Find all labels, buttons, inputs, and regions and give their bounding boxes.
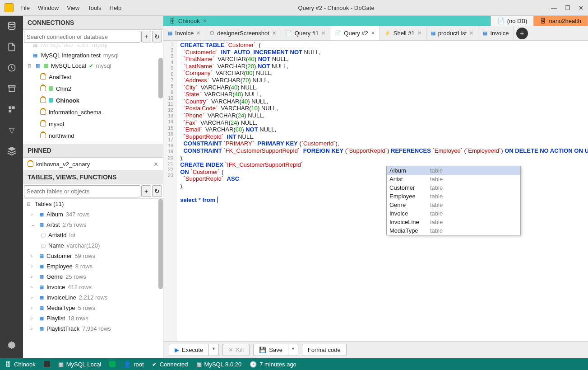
code-content[interactable]: CREATE TABLE `Customer` ( `CustomerId` I… (176, 41, 588, 341)
db-item-analtest[interactable]: AnalTest (23, 71, 163, 83)
menu-window[interactable]: Window (38, 5, 59, 11)
svg-rect-4 (9, 106, 11, 109)
layers-icon[interactable] (6, 145, 18, 157)
file-tab[interactable]: ▦productList✕ (426, 26, 479, 40)
connection-item-mysql-integration[interactable]: ▦ MySQL integration test mysql (23, 50, 163, 61)
pinned-item[interactable]: knihovna_v2_canary ✕ (23, 158, 163, 170)
close-window-icon[interactable]: ✕ (579, 5, 583, 11)
close-icon[interactable]: ✕ (417, 30, 421, 36)
status-user[interactable]: 👤root (124, 361, 144, 368)
close-icon[interactable]: ✕ (203, 18, 207, 24)
close-icon[interactable]: ✕ (196, 30, 200, 36)
autocomplete-item[interactable]: Employeetable (387, 192, 520, 201)
search-connections-input[interactable] (24, 31, 140, 43)
save-button[interactable]: 💾Save (253, 344, 288, 356)
connection-item-mysql-local[interactable]: ⊟ ▦ MySQL Local ✔ mysql (23, 61, 163, 71)
add-connection-button[interactable]: + (141, 31, 151, 42)
status-connected: ✔Connected (152, 361, 188, 368)
file-tab[interactable]: ▦Invoice (478, 26, 514, 40)
status-database[interactable]: 🗄Chinook (5, 361, 36, 368)
table-item-genre[interactable]: ›▦Genre 25 rows (23, 272, 163, 282)
chevron-down-icon[interactable]: ▽ (6, 124, 18, 136)
close-icon[interactable]: ✕ (371, 30, 375, 36)
left-panel: CONNECTIONS + ↻ ▦MYSQL WD TESTmysql ▦ My… (23, 16, 163, 358)
close-icon[interactable]: ✕ (321, 30, 325, 36)
file-tab[interactable]: 📄Query #2✕ (330, 26, 380, 41)
close-icon[interactable]: ✕ (272, 30, 276, 36)
editor-toolbar: ▶Execute ▼ ✕Kill 💾Save ▼ Format code (163, 341, 588, 358)
format-code-button[interactable]: Format code (302, 344, 347, 356)
search-tables-input[interactable] (24, 185, 140, 197)
file-tab[interactable]: ▦Invoice✕ (163, 26, 205, 40)
autocomplete-popup[interactable]: AlbumtableArtisttableCustomertableEmploy… (386, 166, 521, 235)
scrollbar-thumb[interactable] (158, 58, 163, 98)
table-item-invoiceline[interactable]: ›▦InvoiceLine 2,212 rows (23, 292, 163, 303)
status-time: 🕒7 minutes ago (250, 361, 296, 368)
database-icon[interactable] (6, 20, 18, 32)
status-server[interactable]: ▦MySQL Local (58, 361, 102, 368)
menu-file[interactable]: File (20, 5, 30, 11)
save-dropdown[interactable]: ▼ (288, 344, 298, 356)
archive-icon[interactable] (6, 83, 18, 94)
autocomplete-item[interactable]: Artisttable (387, 175, 520, 183)
file-tab[interactable]: ⬡designerScreenshot✕ (205, 26, 281, 40)
tables-group[interactable]: ⊟ Tables (11) (23, 199, 163, 209)
menu-view[interactable]: View (67, 5, 79, 11)
menu-help[interactable]: Help (110, 5, 122, 11)
status-color2[interactable] (109, 361, 116, 367)
table-item-artist[interactable]: ⌄▦Artist 275 rows (23, 220, 163, 230)
connection-item-hidden[interactable]: ▦MYSQL WD TESTmysql (23, 44, 163, 50)
context-tab[interactable]: 🗄Chinook✕ (163, 16, 491, 26)
db-item-northwind[interactable]: northwind (23, 130, 163, 141)
table-item-playlisttrack[interactable]: ›▦PlaylistTrack 7,994 rows (23, 323, 163, 334)
unpin-icon[interactable]: ✕ (153, 161, 158, 168)
refresh-connections-button[interactable]: ↻ (152, 31, 162, 42)
table-item-employee[interactable]: ›▦Employee 8 rows (23, 261, 163, 272)
kill-button[interactable]: ✕Kill (222, 344, 250, 356)
minimize-icon[interactable]: — (551, 5, 557, 11)
main-menu: File Window View Tools Help (20, 5, 121, 11)
history-icon[interactable] (6, 62, 18, 74)
file-tab[interactable]: ⚡Shell #1✕ (380, 26, 426, 40)
plugins-icon[interactable] (6, 103, 18, 115)
code-editor[interactable]: 1 2 3 4 5 6 7 8 9 10 11 12 13 14 15 16 1… (163, 41, 588, 341)
file-tab[interactable]: 📄Query #1✕ (281, 26, 330, 40)
maximize-icon[interactable]: ❐ (565, 5, 570, 11)
column-item[interactable]: ▢ArtistId int (23, 230, 163, 240)
db-item-chin2[interactable]: Chin2 (23, 83, 163, 94)
execute-button[interactable]: ▶Execute (169, 344, 209, 356)
settings-icon[interactable] (6, 340, 18, 351)
add-table-button[interactable]: + (141, 185, 151, 197)
activity-bar: ▽ (0, 16, 23, 358)
context-tab[interactable]: 📄(no DB) (491, 16, 534, 26)
db-item-mysql[interactable]: mysql (23, 118, 163, 130)
autocomplete-item[interactable]: Customertable (387, 183, 520, 192)
close-icon[interactable]: ✕ (469, 30, 473, 36)
db-item-chinook[interactable]: Chinook (23, 94, 163, 106)
autocomplete-item[interactable]: Invoicetable (387, 209, 520, 218)
table-item-customer[interactable]: ›▦Customer 59 rows (23, 251, 163, 261)
status-version: ▦MySQL 8.0.20 (196, 361, 242, 368)
file-icon[interactable] (6, 41, 18, 53)
menu-tools[interactable]: Tools (88, 5, 101, 11)
table-item-mediatype[interactable]: ›▦MediaType 5 rows (23, 303, 163, 313)
refresh-tables-button[interactable]: ↻ (152, 185, 162, 197)
svg-point-0 (8, 22, 15, 25)
editor-area: 🗄Chinook✕📄(no DB)🗄nano2health ▦Invoice✕⬡… (163, 16, 588, 358)
table-item-playlist[interactable]: ›▦Playlist 18 rows (23, 313, 163, 323)
check-icon: ✔ (89, 63, 93, 69)
table-item-album[interactable]: ›▦Album 347 rows (23, 209, 163, 220)
svg-rect-3 (9, 87, 14, 92)
autocomplete-item[interactable]: Genretable (387, 201, 520, 209)
context-tab[interactable]: 🗄nano2health (534, 16, 588, 26)
execute-dropdown[interactable]: ▼ (209, 344, 219, 356)
autocomplete-item[interactable]: MediaTypetable (387, 226, 520, 235)
db-item-information-schema[interactable]: information_schema (23, 106, 163, 118)
table-item-invoice[interactable]: ›▦Invoice 412 rows (23, 282, 163, 292)
scrollbar-thumb[interactable] (158, 199, 163, 289)
autocomplete-item[interactable]: InvoiceLinetable (387, 218, 520, 226)
column-item[interactable]: ▢Name varchar(120) (23, 240, 163, 251)
add-tab-button[interactable]: + (516, 28, 528, 39)
autocomplete-item[interactable]: Albumtable (387, 166, 520, 175)
status-color[interactable] (44, 361, 50, 367)
